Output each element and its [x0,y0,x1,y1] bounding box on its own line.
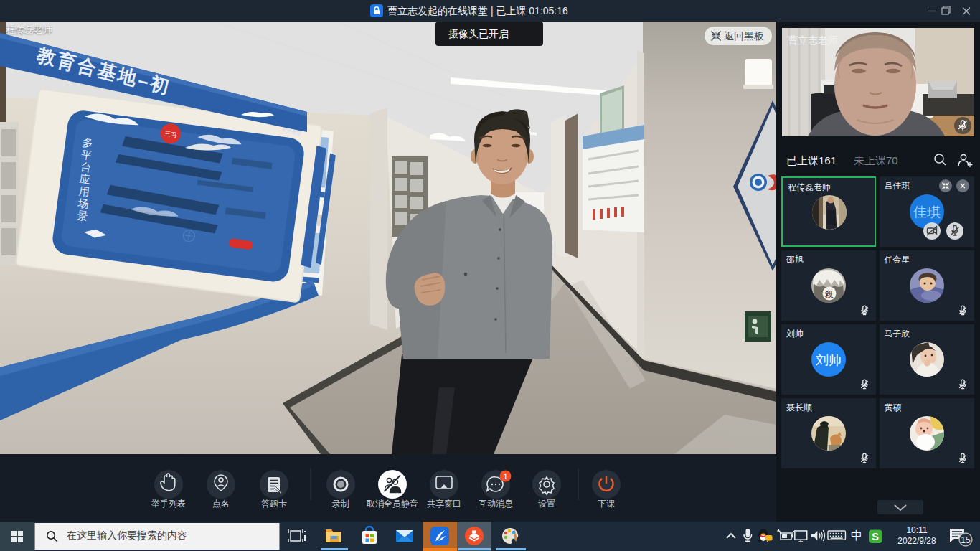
svg-text:场: 场 [77,197,90,210]
svg-text:佳琪: 佳琪 [913,204,941,220]
svg-text:录制: 录制 [332,499,349,509]
svg-text:中: 中 [851,529,862,542]
svg-text:1: 1 [503,472,507,481]
svg-text:刘帅: 刘帅 [816,353,842,367]
svg-text:设置: 设置 [538,499,555,509]
svg-text:举手列表: 举手列表 [151,499,186,509]
svg-text:点名: 点名 [212,499,230,509]
svg-text:15: 15 [961,535,971,545]
svg-text:景: 景 [76,209,88,222]
svg-text:共享窗口: 共享窗口 [427,499,461,509]
svg-text:曹立志老师: 曹立志老师 [788,34,838,46]
svg-text:应: 应 [79,172,91,186]
svg-text:平: 平 [80,148,93,161]
svg-text:答题卡: 答题卡 [261,499,287,509]
svg-text:殺: 殺 [824,289,834,299]
svg-text:取消全员静音: 取消全员静音 [367,499,418,509]
svg-text:互动消息: 互动消息 [479,499,513,509]
svg-text:下课: 下课 [598,499,615,509]
svg-text:用: 用 [78,184,90,198]
svg-text:S: S [872,531,879,542]
svg-text:多: 多 [82,136,94,149]
svg-text:台: 台 [80,160,92,174]
